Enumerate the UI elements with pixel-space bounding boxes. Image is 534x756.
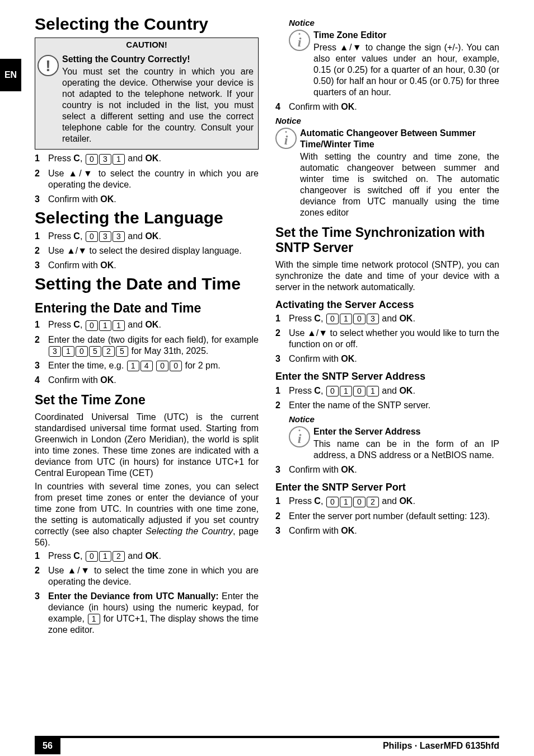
step-number: 1 xyxy=(35,153,44,164)
heading-selecting-language: Selecting the Language xyxy=(35,208,259,228)
language-tab: EN xyxy=(0,59,21,91)
notice-label: Notice xyxy=(289,18,499,29)
steps-time-zone-cont: 4 Confirm with OK. xyxy=(275,101,499,113)
notice-auto-changeover: Notice i Automatic Changeover Between Su… xyxy=(275,116,499,218)
notice-server-address: Notice i Enter the Server Address This n… xyxy=(289,414,499,461)
heading-activate-server: Activating the Server Access xyxy=(275,298,499,311)
step-text: Use ▲/▼ to select the desired display la… xyxy=(48,245,259,256)
heading-sntp: Set the Time Synchronization with SNTP S… xyxy=(275,225,499,256)
key-2: 2 xyxy=(102,346,115,357)
step-text: Press C, 011 and OK. xyxy=(48,319,259,330)
key-1: 1 xyxy=(127,361,139,371)
info-icon: i xyxy=(275,128,297,149)
step-number: 3 xyxy=(35,194,44,205)
key-0: 0 xyxy=(353,386,366,396)
key-0: 0 xyxy=(326,314,339,324)
key-4: 4 xyxy=(140,361,153,371)
notice-text: This name can be in the form of an IP ad… xyxy=(313,438,499,461)
caution-box: CAUTION! ! Setting the Country Correctly… xyxy=(35,38,259,150)
caution-subtitle: Setting the Country Correctly! xyxy=(62,54,254,65)
heading-selecting-country: Selecting the Country xyxy=(35,15,259,34)
step-text: Enter the time, e.g. 14 00 for 2 pm. xyxy=(48,360,259,371)
key-3: 3 xyxy=(113,231,125,242)
step-number: 2 xyxy=(35,245,44,256)
key-3: 3 xyxy=(99,154,111,165)
step-number: 2 xyxy=(275,400,284,411)
notice-label: Notice xyxy=(275,116,499,127)
step-text: Use ▲/▼ to select the country in which y… xyxy=(48,168,259,190)
heading-sntp-address: Enter the SNTP Server Address xyxy=(275,370,499,383)
step-number: 4 xyxy=(35,375,44,386)
steps-sntp-port: 1 Press C, 0102 and OK. 2 Enter the serv… xyxy=(275,496,499,536)
key-1: 1 xyxy=(88,614,100,624)
step-text: Press C, 012 and OK. xyxy=(48,550,259,562)
step-number: 2 xyxy=(35,168,44,179)
key-1: 1 xyxy=(340,497,352,507)
key-0: 0 xyxy=(326,497,339,507)
caution-text: You must set the country in which you ar… xyxy=(62,66,254,144)
step-text: Confirm with OK. xyxy=(289,101,499,113)
step-text: Confirm with OK. xyxy=(48,375,259,386)
notice-label: Notice xyxy=(289,414,499,425)
steps-country: 1 Press C, 031 and OK. 2 Use ▲/▼ to sele… xyxy=(35,153,259,204)
step-number: 3 xyxy=(35,591,44,602)
notice-title: Automatic Changeover Between Summer Time… xyxy=(300,128,499,150)
key-0: 0 xyxy=(353,497,366,507)
notice-title: Enter the Server Address xyxy=(313,426,499,437)
step-number: 3 xyxy=(35,360,44,371)
step-text: Enter the date (two digits for each fiel… xyxy=(48,334,259,357)
step-text: Confirm with OK. xyxy=(289,525,499,536)
step-text: Use ▲/▼ to select the time zone in which… xyxy=(48,565,259,587)
step-text: Confirm with OK. xyxy=(48,260,259,271)
step-number: 1 xyxy=(35,550,44,562)
key-0: 0 xyxy=(86,154,98,165)
heading-set-time-zone: Set the Time Zone xyxy=(35,393,259,408)
step-text: Press C, 0103 and OK. xyxy=(289,313,499,324)
step-number: 2 xyxy=(35,565,44,576)
page-content: Selecting the Country CAUTION! ! Setting… xyxy=(35,15,499,722)
notice-text: Press ▲/▼ to change the sign (+/-). You … xyxy=(313,42,499,98)
steps-activate-server: 1 Press C, 0103 and OK. 2 Use ▲/▼ to sel… xyxy=(275,313,499,365)
key-1: 1 xyxy=(113,320,125,331)
step-text: Enter the Deviance from UTC Manually: En… xyxy=(48,591,259,636)
step-number: 3 xyxy=(275,464,284,475)
step-number: 1 xyxy=(35,231,44,242)
key-1: 1 xyxy=(62,346,74,357)
key-0: 0 xyxy=(86,231,98,242)
step-text: Confirm with OK. xyxy=(48,194,259,205)
page-number: 56 xyxy=(35,738,60,754)
key-1: 1 xyxy=(99,320,111,331)
paragraph: In countries with several time zones, yo… xyxy=(35,481,259,548)
step-number: 1 xyxy=(275,385,284,396)
notice-time-zone-editor: Notice i Time Zone Editor Press ▲/▼ to c… xyxy=(289,18,499,98)
steps-enter-date-time: 1 Press C, 011 and OK. 2 Enter the date … xyxy=(35,319,259,386)
step-number: 4 xyxy=(275,101,284,113)
step-text: Confirm with OK. xyxy=(289,353,499,365)
key-5: 5 xyxy=(89,346,101,357)
notice-title: Time Zone Editor xyxy=(313,30,499,41)
key-3: 3 xyxy=(49,346,61,357)
steps-time-zone: 1 Press C, 012 and OK. 2 Use ▲/▼ to sele… xyxy=(35,550,259,636)
paragraph: With the simple time network protocol (S… xyxy=(275,259,499,293)
step-number: 3 xyxy=(275,525,284,536)
key-3: 3 xyxy=(99,231,111,242)
product-name: Philips · LaserMFD 6135hfd xyxy=(383,741,499,751)
caution-title: CAUTION! xyxy=(35,38,258,52)
step-text: Press C, 033 and OK. xyxy=(48,231,259,242)
step-text: Press C, 031 and OK. xyxy=(48,153,259,164)
key-1: 1 xyxy=(340,314,352,324)
heading-sntp-port: Enter the SNTP Server Port xyxy=(275,481,499,494)
paragraph: Coordinated Universal Time (UTC) is the … xyxy=(35,412,259,479)
step-text: Enter the name of the SNTP server. xyxy=(289,400,499,411)
key-0: 0 xyxy=(353,314,366,324)
key-0: 0 xyxy=(326,386,339,396)
key-1: 1 xyxy=(367,386,379,396)
key-5: 5 xyxy=(116,346,128,357)
steps-language: 1 Press C, 033 and OK. 2 Use ▲/▼ to sele… xyxy=(35,231,259,271)
key-3: 3 xyxy=(367,314,379,324)
step-text: Confirm with OK. xyxy=(289,464,499,475)
exclamation-icon: ! xyxy=(38,55,59,76)
key-1: 1 xyxy=(113,154,125,165)
step-number: 2 xyxy=(275,328,284,339)
key-2: 2 xyxy=(367,497,379,507)
